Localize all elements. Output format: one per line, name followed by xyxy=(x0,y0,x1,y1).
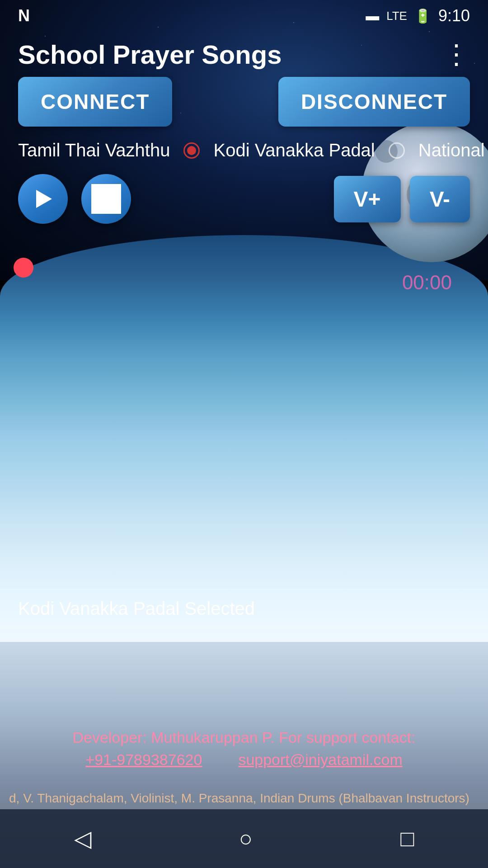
stop-icon xyxy=(81,174,131,224)
scrolling-ticker: d, V. Thanigachalam, Violinist, M. Prasa… xyxy=(0,788,488,809)
lte-icon: LTE xyxy=(386,9,407,23)
volume-down-button[interactable]: V- xyxy=(410,176,470,222)
status-bar: N ▬ LTE 🔋 9:10 xyxy=(0,0,488,32)
horizon-background xyxy=(0,235,488,642)
song-selection-row: Tamil Thai Vazhthu Kodi Vanakka Padal Na… xyxy=(18,140,470,160)
signal-icon: ▬ xyxy=(366,8,379,24)
stop-button[interactable] xyxy=(81,174,131,224)
volume-buttons: V+ V- xyxy=(334,176,470,222)
song1-label: Tamil Thai Vazhthu xyxy=(18,140,170,160)
footer-links: +91-9789387620 support@iniyatamil.com xyxy=(0,751,488,769)
app-title: School Prayer Songs xyxy=(18,39,282,70)
bottom-navigation: ◁ ○ □ xyxy=(0,809,488,868)
song2-radio[interactable] xyxy=(183,142,200,159)
controls-area: CONNECT DISCONNECT Tamil Thai Vazhthu Ko… xyxy=(0,77,488,233)
disconnect-button[interactable]: DISCONNECT xyxy=(278,77,470,127)
song2-label: Kodi Vanakka Padal xyxy=(213,140,375,160)
status-right: ▬ LTE 🔋 9:10 xyxy=(366,6,470,25)
back-button[interactable]: ◁ xyxy=(74,826,91,852)
connection-buttons-row: CONNECT DISCONNECT xyxy=(18,77,470,127)
clock: 9:10 xyxy=(438,6,470,25)
phone-link[interactable]: +91-9789387620 xyxy=(85,751,202,769)
volume-up-button[interactable]: V+ xyxy=(334,176,401,222)
battery-icon: 🔋 xyxy=(414,8,431,24)
developer-text: Developer: Muthukaruppan P. For support … xyxy=(0,729,488,746)
recent-apps-button[interactable]: □ xyxy=(400,826,414,852)
email-link[interactable]: support@iniyatamil.com xyxy=(238,751,402,769)
connect-button[interactable]: CONNECT xyxy=(18,77,172,127)
footer-info: Developer: Muthukaruppan P. For support … xyxy=(0,729,488,769)
timer-display: 00:00 xyxy=(402,271,452,294)
svg-marker-0 xyxy=(36,190,52,208)
home-button[interactable]: ○ xyxy=(239,826,253,852)
recording-dot xyxy=(14,258,33,278)
song3-label: National Anthem xyxy=(418,140,488,160)
more-options-icon[interactable]: ⋮ xyxy=(443,38,470,70)
app-header: School Prayer Songs ⋮ xyxy=(0,32,488,77)
song2-radio-inner xyxy=(187,146,196,155)
song3-radio[interactable] xyxy=(389,142,405,159)
app-logo: N xyxy=(18,6,30,25)
play-button[interactable] xyxy=(18,174,68,224)
selected-song-label: Kodi Vanakka Padal Selected xyxy=(0,589,488,628)
svg-rect-1 xyxy=(91,184,121,214)
play-icon xyxy=(32,188,54,210)
playback-row: V+ V- xyxy=(18,174,470,224)
